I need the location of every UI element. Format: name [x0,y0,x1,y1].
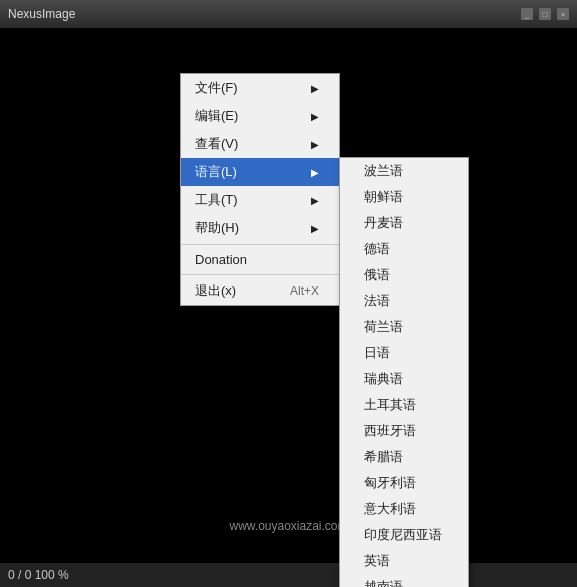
language-submenu: 波兰语 朝鲜语 丹麦语 德语 俄语 法语 荷兰语 日语 瑞典语 土耳其语 西班牙… [339,157,469,587]
menu-item-tools-label: 工具(T) [195,191,238,209]
main-area: 文件(F) ▶ 编辑(E) ▶ 查看(V) ▶ 语言(L) ▶ 波兰语 朝鲜语 [0,28,577,563]
lang-spanish[interactable]: 西班牙语 [340,418,468,444]
submenu-arrow: ▶ [311,167,319,178]
minimize-button[interactable]: _ [521,8,533,20]
menu-item-edit[interactable]: 编辑(E) ▶ [181,102,339,130]
lang-hungarian[interactable]: 匈牙利语 [340,470,468,496]
lang-greek[interactable]: 希腊语 [340,444,468,470]
window-controls: _ □ × [521,8,569,20]
menu-item-exit-shortcut: Alt+X [290,284,319,298]
lang-english[interactable]: 英语 [340,548,468,574]
menu-item-edit-label: 编辑(E) [195,107,238,125]
context-menu: 文件(F) ▶ 编辑(E) ▶ 查看(V) ▶ 语言(L) ▶ 波兰语 朝鲜语 [180,73,340,306]
lang-dutch[interactable]: 荷兰语 [340,314,468,340]
menu-item-donation[interactable]: Donation [181,247,339,272]
submenu-arrow: ▶ [311,111,319,122]
menu-item-language-label: 语言(L) [195,163,237,181]
lang-danish[interactable]: 丹麦语 [340,210,468,236]
lang-japanese[interactable]: 日语 [340,340,468,366]
lang-korean[interactable]: 朝鲜语 [340,184,468,210]
submenu-arrow: ▶ [311,195,319,206]
status-bar: 0 / 0 100 % [0,563,577,587]
submenu-arrow: ▶ [311,139,319,150]
close-button[interactable]: × [557,8,569,20]
lang-vietnamese[interactable]: 越南语 [340,574,468,587]
submenu-arrow: ▶ [311,223,319,234]
menu-item-view[interactable]: 查看(V) ▶ [181,130,339,158]
menu-item-file-label: 文件(F) [195,79,238,97]
lang-polish[interactable]: 波兰语 [340,158,468,184]
maximize-button[interactable]: □ [539,8,551,20]
menu-item-exit-label: 退出(x) [195,282,236,300]
menu-item-exit[interactable]: 退出(x) Alt+X [181,277,339,305]
lang-turkish[interactable]: 土耳其语 [340,392,468,418]
status-info: 0 / 0 100 % [8,568,69,582]
menu-item-donation-label: Donation [195,252,247,267]
menu-item-language[interactable]: 语言(L) ▶ 波兰语 朝鲜语 丹麦语 德语 俄语 法语 荷兰语 日语 瑞典语 … [181,158,339,186]
lang-indonesian[interactable]: 印度尼西亚语 [340,522,468,548]
submenu-arrow: ▶ [311,83,319,94]
menu-item-help[interactable]: 帮助(H) ▶ [181,214,339,242]
menu-separator-2 [181,274,339,275]
menu-item-tools[interactable]: 工具(T) ▶ [181,186,339,214]
menu-item-help-label: 帮助(H) [195,219,239,237]
app-title: NexusImage [8,7,75,21]
lang-italian[interactable]: 意大利语 [340,496,468,522]
menu-item-file[interactable]: 文件(F) ▶ [181,74,339,102]
watermark: www.ouyaoxiazai.com [229,519,347,533]
menu-separator-1 [181,244,339,245]
lang-french[interactable]: 法语 [340,288,468,314]
lang-swedish[interactable]: 瑞典语 [340,366,468,392]
primary-menu: 文件(F) ▶ 编辑(E) ▶ 查看(V) ▶ 语言(L) ▶ 波兰语 朝鲜语 [180,73,340,306]
title-bar: NexusImage _ □ × [0,0,577,28]
lang-russian[interactable]: 俄语 [340,262,468,288]
menu-item-view-label: 查看(V) [195,135,238,153]
lang-german[interactable]: 德语 [340,236,468,262]
